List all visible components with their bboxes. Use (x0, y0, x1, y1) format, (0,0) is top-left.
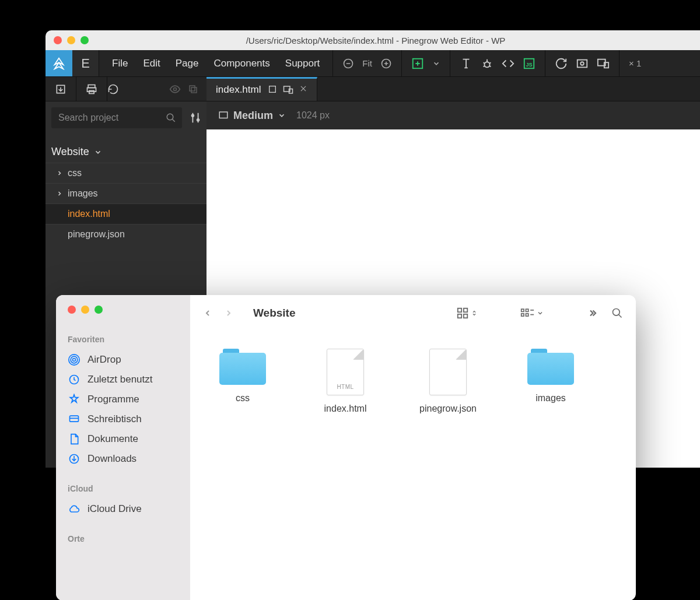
svg-rect-53 (464, 314, 467, 318)
menu-edit[interactable]: Edit (143, 58, 160, 69)
insert-icon[interactable] (411, 57, 424, 70)
tree-item-images[interactable]: images (46, 183, 206, 203)
close-button[interactable] (68, 306, 76, 314)
svg-rect-54 (522, 309, 524, 311)
bug-icon[interactable] (481, 57, 494, 70)
zoom-fit-button[interactable]: Fit (362, 58, 372, 68)
tab-label: index.html (216, 84, 261, 96)
settings-icon[interactable] (189, 111, 202, 124)
svg-point-30 (167, 114, 173, 120)
sidebar-item-label: iCloud Drive (88, 503, 142, 515)
pinegrow-logo-icon[interactable] (46, 50, 72, 76)
js-icon[interactable]: JS (523, 57, 536, 70)
sidebar-item-desktop[interactable]: Schreibtisch (68, 409, 178, 429)
svg-rect-52 (458, 314, 461, 318)
svg-point-11 (484, 62, 489, 67)
text-tool-icon[interactable] (460, 57, 473, 70)
close-tab-icon[interactable] (299, 85, 307, 93)
menu-support[interactable]: Support (285, 58, 320, 69)
sidebar-toolbar (46, 77, 206, 101)
sidebar-item-iclouddrive[interactable]: iCloud Drive (68, 499, 178, 519)
refresh-icon[interactable] (555, 57, 568, 70)
finder-main: Website css HTML index.html pinegrow.jso… (190, 295, 636, 600)
chevron-down-icon[interactable] (432, 59, 440, 68)
undo-icon[interactable] (107, 83, 119, 95)
file-pinegrow-json[interactable]: pinegrow.json (413, 349, 483, 414)
zoom-in-icon[interactable] (380, 58, 392, 69)
search-input[interactable] (51, 107, 182, 128)
maximize-button[interactable] (94, 306, 103, 314)
finder-content: css HTML index.html pinegrow.json images (190, 331, 636, 600)
workspace-icon[interactable]: E (72, 50, 99, 76)
window-title: /Users/ric/Desktop/Website/index.html - … (89, 36, 692, 45)
folder-images[interactable]: images (516, 349, 586, 403)
tree-root-label: Website (51, 146, 89, 158)
devices-icon[interactable] (283, 85, 293, 95)
code-icon[interactable] (502, 57, 514, 70)
menu-page[interactable]: Page (176, 58, 199, 69)
svg-point-27 (174, 87, 177, 90)
menu-file[interactable]: File (112, 58, 128, 69)
preview-icon[interactable] (576, 57, 589, 70)
minimize-button[interactable] (81, 306, 89, 314)
titlebar: /Users/ric/Desktop/Website/index.html - … (46, 30, 700, 50)
tree-item-label: css (68, 168, 82, 178)
svg-point-42 (73, 359, 76, 362)
svg-rect-46 (70, 416, 79, 422)
tree-item-index[interactable]: index.html (46, 203, 206, 224)
search-icon[interactable] (611, 307, 623, 319)
folder-css[interactable]: css (208, 349, 278, 403)
tree-root[interactable]: Website (46, 141, 206, 163)
sidebar-item-label: Downloads (88, 453, 136, 465)
tree-item-label: images (68, 188, 98, 199)
sidebar-heading-favorites: Favoriten (68, 335, 178, 344)
zoom-level[interactable]: × 1 (629, 58, 641, 68)
sidebar-item-recent[interactable]: Zuletzt benutzt (68, 370, 178, 390)
file-icon: HTML (327, 349, 364, 395)
cloud-icon (68, 503, 80, 515)
file-type-badge: HTML (337, 384, 354, 390)
finder-window: Favoriten AirDrop Zuletzt benutzt Progra… (56, 295, 636, 600)
finder-toolbar: Website (190, 295, 636, 331)
more-icon[interactable] (587, 308, 597, 318)
tree-item-label: pinegrow.json (68, 229, 125, 240)
minimize-button[interactable] (67, 36, 75, 44)
zoom-group: Fit (333, 50, 401, 76)
eye-icon[interactable] (169, 83, 181, 95)
nav-back-button[interactable] (203, 308, 212, 318)
devices-icon[interactable] (597, 57, 610, 70)
airdrop-icon (68, 354, 80, 366)
sidebar-item-downloads[interactable]: Downloads (68, 449, 178, 469)
sidebar-item-documents[interactable]: Dokumente (68, 429, 178, 449)
menubar: E File Edit Page Components Support Fit … (46, 50, 700, 77)
search-icon[interactable] (166, 113, 176, 123)
menu-components[interactable]: Components (214, 58, 270, 69)
close-button[interactable] (54, 36, 62, 44)
tree-item-css[interactable]: css (46, 163, 206, 183)
import-icon[interactable] (46, 77, 76, 101)
viewport-bar: Medium 1024 px (206, 101, 700, 129)
view-icons-button[interactable] (456, 307, 477, 320)
sidebar-item-airdrop[interactable]: AirDrop (68, 350, 178, 370)
tab-index[interactable]: index.html (206, 77, 317, 101)
item-label: images (536, 393, 566, 403)
copy-icon[interactable] (188, 84, 198, 94)
viewport-size: 1024 px (296, 110, 330, 121)
apps-icon (68, 394, 80, 405)
nav-forward-button[interactable] (224, 308, 233, 318)
maximize-button[interactable] (80, 36, 89, 44)
sidebar-heading-locations: Orte (68, 534, 178, 543)
group-button[interactable] (520, 308, 544, 318)
sidebar-item-label: AirDrop (88, 354, 121, 366)
file-index-html[interactable]: HTML index.html (310, 349, 380, 414)
viewport-selector[interactable]: Medium (218, 110, 286, 122)
square-icon[interactable] (268, 85, 277, 94)
finder-title: Website (253, 307, 296, 320)
tree-item-pinegrowjson[interactable]: pinegrow.json (46, 224, 206, 244)
desktop-icon (68, 413, 80, 425)
item-label: pinegrow.json (419, 403, 477, 414)
print-icon[interactable] (76, 77, 107, 101)
zoom-out-icon[interactable] (342, 58, 354, 69)
menu-list: File Edit Page Components Support (99, 50, 332, 76)
sidebar-item-applications[interactable]: Programme (68, 390, 178, 409)
